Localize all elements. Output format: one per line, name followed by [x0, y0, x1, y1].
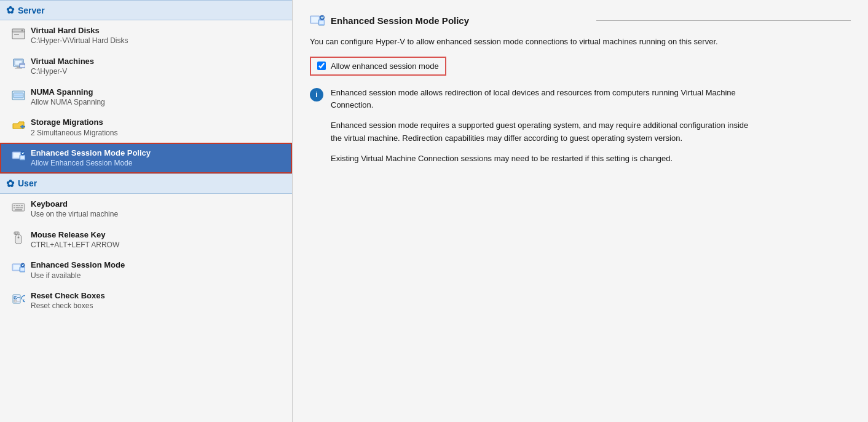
svg-point-36 — [21, 263, 25, 267]
keyboard-subtitle: Use on the virtual machine — [31, 210, 118, 220]
numa-icon — [11, 88, 26, 103]
svg-rect-3 — [14, 34, 19, 35]
keyboard-icon — [11, 200, 26, 215]
panel-header-icon — [310, 14, 325, 28]
vhd-subtitle: C:\Hyper-V\Virtual Hard Disks — [31, 36, 128, 46]
esm-policy-text: Enhanced Session Mode Policy Allow Enhan… — [31, 148, 151, 169]
svg-marker-42 — [22, 300, 25, 301]
esm-user-text: Enhanced Session Mode Use if available — [31, 260, 125, 281]
user-star-icon: ✿ — [6, 178, 14, 189]
vhd-icon — [11, 26, 26, 41]
esm-user-subtitle: Use if available — [31, 271, 125, 281]
right-panel: Enhanced Session Mode Policy You can con… — [293, 0, 868, 422]
sidebar-item-reset-check-boxes[interactable]: Reset Check Boxes Reset check boxes — [0, 285, 292, 316]
sidebar-item-storage-migrations[interactable]: Storage Migrations 2 Simultaneous Migrat… — [0, 112, 292, 143]
storage-subtitle: 2 Simultaneous Migrations — [31, 129, 117, 138]
svg-rect-22 — [21, 205, 23, 206]
server-section-label: Server — [18, 6, 45, 15]
sidebar-item-virtual-machines[interactable]: Virtual Machines C:\Hyper-V — [0, 51, 292, 82]
svg-rect-29 — [17, 233, 18, 234]
server-section-header: ✿ Server — [0, 0, 292, 20]
vhd-text: Virtual Hard Disks C:\Hyper-V\Virtual Ha… — [31, 25, 128, 46]
sidebar-item-enhanced-session-policy[interactable]: Enhanced Session Mode Policy Allow Enhan… — [0, 143, 292, 173]
mouse-release-subtitle: CTRL+ALT+LEFT ARROW — [31, 241, 119, 250]
vm-subtitle: C:\Hyper-V — [31, 67, 94, 77]
svg-rect-19 — [14, 205, 15, 206]
info-text-block: Enhanced session mode allows redirection… — [331, 87, 752, 165]
svg-rect-16 — [21, 156, 25, 159]
panel-header-divider — [596, 20, 851, 21]
server-star-icon: ✿ — [6, 4, 14, 16]
mouse-release-text: Mouse Release Key CTRL+ALT+LEFT ARROW — [31, 229, 119, 250]
user-section-header: ✿ User — [0, 173, 292, 194]
mouse-release-title: Mouse Release Key — [31, 229, 119, 241]
info-box: i Enhanced session mode allows redirecti… — [310, 87, 752, 165]
svg-rect-23 — [14, 207, 15, 208]
storage-title: Storage Migrations — [31, 117, 117, 128]
svg-point-47 — [320, 15, 325, 20]
svg-rect-25 — [20, 207, 23, 208]
info-paragraph-2: Enhanced session mode requires a support… — [331, 119, 752, 145]
svg-rect-21 — [18, 205, 20, 206]
svg-rect-14 — [14, 153, 20, 157]
svg-rect-46 — [320, 21, 324, 24]
svg-rect-28 — [15, 233, 16, 234]
svg-rect-35 — [21, 268, 25, 271]
sidebar-item-keyboard[interactable]: Keyboard Use on the virtual machine — [0, 194, 292, 225]
reset-icon — [11, 292, 26, 306]
numa-title: NUMA Spanning — [31, 87, 105, 98]
vm-text: Virtual Machines C:\Hyper-V — [31, 56, 94, 77]
esm-policy-subtitle: Allow Enhanced Session Mode — [31, 159, 151, 169]
left-panel: ✿ Server Virtual Hard Disks C:\Hyper-V\V… — [0, 0, 293, 422]
svg-point-2 — [22, 30, 23, 31]
numa-text: NUMA Spanning Allow NUMA Spanning — [31, 87, 105, 108]
svg-point-17 — [21, 151, 25, 155]
esm-user-title: Enhanced Session Mode — [31, 260, 125, 271]
esm-policy-title: Enhanced Session Mode Policy — [31, 148, 151, 159]
svg-rect-44 — [312, 17, 319, 23]
storage-icon — [11, 118, 26, 133]
svg-rect-8 — [20, 63, 25, 68]
info-paragraph-1: Enhanced session mode allows redirection… — [331, 87, 752, 113]
panel-description: You can configure Hyper-V to allow enhan… — [310, 36, 728, 48]
keyboard-text: Keyboard Use on the virtual machine — [31, 199, 118, 220]
info-paragraph-3: Existing Virtual Machine Connection sess… — [331, 153, 752, 165]
allow-enhanced-session-checkbox-row[interactable]: Allow enhanced session mode — [310, 57, 446, 76]
storage-text: Storage Migrations 2 Simultaneous Migrat… — [31, 117, 117, 138]
info-icon: i — [310, 88, 323, 102]
allow-enhanced-session-checkbox[interactable] — [317, 62, 326, 70]
numa-subtitle: Allow NUMA Spanning — [31, 98, 105, 108]
vhd-title: Virtual Hard Disks — [31, 25, 128, 36]
sidebar-item-mouse-release-key[interactable]: Mouse Release Key CTRL+ALT+LEFT ARROW — [0, 225, 292, 255]
vm-title: Virtual Machines — [31, 56, 94, 67]
user-section-label: User — [18, 178, 37, 188]
panel-header: Enhanced Session Mode Policy — [310, 12, 851, 28]
reset-title: Reset Check Boxes — [31, 290, 105, 301]
sidebar-item-virtual-hard-disks[interactable]: Virtual Hard Disks C:\Hyper-V\Virtual Ha… — [0, 20, 292, 51]
keyboard-title: Keyboard — [31, 199, 118, 210]
svg-rect-26 — [15, 209, 22, 210]
sidebar-item-enhanced-session-mode[interactable]: Enhanced Session Mode Use if available — [0, 255, 292, 285]
svg-rect-33 — [14, 265, 20, 269]
reset-subtitle: Reset check boxes — [31, 301, 105, 311]
svg-rect-20 — [16, 205, 18, 206]
svg-rect-24 — [16, 207, 20, 208]
svg-point-31 — [18, 236, 20, 238]
vm-icon — [11, 57, 26, 72]
esm-policy-icon — [11, 149, 26, 164]
sidebar-item-numa-spanning[interactable]: NUMA Spanning Allow NUMA Spanning — [0, 82, 292, 113]
allow-enhanced-session-label[interactable]: Allow enhanced session mode — [331, 62, 439, 71]
panel-title: Enhanced Session Mode Policy — [331, 15, 585, 26]
svg-rect-39 — [14, 300, 17, 302]
esm-user-icon — [11, 261, 26, 276]
reset-text: Reset Check Boxes Reset check boxes — [31, 290, 105, 311]
mouse-release-icon — [11, 231, 26, 245]
